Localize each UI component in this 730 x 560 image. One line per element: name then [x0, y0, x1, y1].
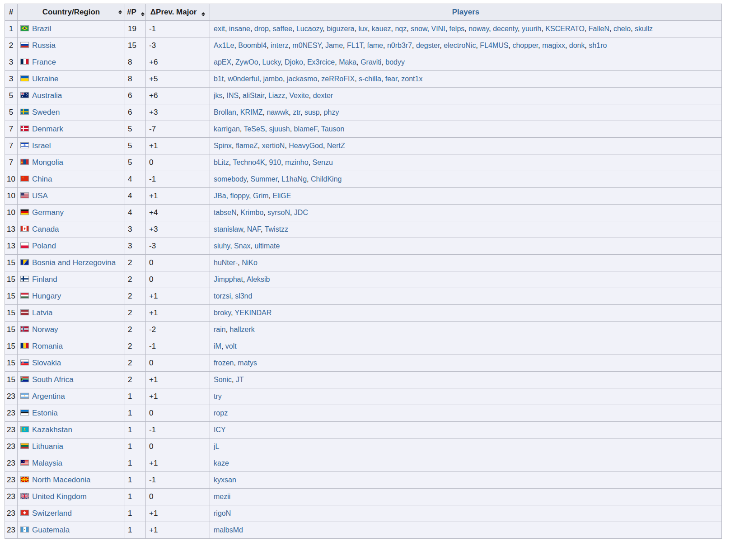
sort-both-icon[interactable] — [141, 12, 145, 16]
country-link[interactable]: Ukraine — [32, 75, 59, 83]
player-link[interactable]: syrsoN — [267, 209, 290, 216]
player-link[interactable]: xertioN — [262, 142, 285, 149]
player-link[interactable]: huNter- — [214, 259, 238, 266]
player-link[interactable]: zeRRoFIX — [321, 75, 355, 83]
player-link[interactable]: jks — [214, 92, 223, 99]
country-link[interactable]: Malaysia — [32, 459, 62, 467]
player-link[interactable]: yuurih — [522, 25, 542, 33]
player-link[interactable]: Liazz — [268, 92, 285, 99]
player-link[interactable]: apEX — [214, 58, 231, 66]
player-link[interactable]: decenty — [493, 25, 518, 33]
country-link[interactable]: Estonia — [32, 409, 58, 417]
player-link[interactable]: jambo — [263, 75, 283, 83]
player-link[interactable]: m0NESY — [292, 42, 321, 49]
player-link[interactable]: JT — [236, 376, 244, 383]
player-link[interactable]: ultimate — [254, 242, 280, 250]
player-link[interactable]: tabseN — [214, 209, 237, 216]
player-link[interactable]: matys — [238, 359, 257, 367]
player-link[interactable]: karrigan — [214, 125, 240, 133]
country-link[interactable]: Australia — [32, 91, 62, 100]
player-link[interactable]: Ax1Le — [214, 42, 234, 49]
player-link[interactable]: NertZ — [327, 142, 345, 149]
player-link[interactable]: felps — [449, 25, 465, 33]
player-link[interactable]: phzy — [324, 108, 339, 116]
player-link[interactable]: electroNic — [444, 42, 476, 49]
player-link[interactable]: Brollan — [214, 108, 236, 116]
player-link[interactable]: Techno4K — [233, 159, 265, 166]
player-count-header[interactable]: #P — [125, 4, 146, 21]
player-link[interactable]: malbsMd — [214, 526, 243, 534]
country-link[interactable]: Guatemala — [32, 526, 70, 534]
country-link[interactable]: Slovakia — [32, 359, 61, 367]
player-link[interactable]: floppy — [230, 192, 249, 200]
country-link[interactable]: Russia — [32, 41, 56, 50]
player-link[interactable]: Boombl4 — [238, 42, 267, 49]
player-link[interactable]: Aleksib — [247, 275, 270, 283]
player-link[interactable]: volt — [225, 342, 237, 350]
country-link[interactable]: Finland — [32, 275, 57, 284]
player-link[interactable]: w0nderful — [228, 75, 259, 83]
country-link[interactable]: USA — [32, 191, 48, 200]
player-link[interactable]: exit — [214, 25, 225, 33]
player-link[interactable]: stanislaw — [214, 225, 243, 233]
player-link[interactable]: chopper — [512, 42, 538, 49]
player-link[interactable]: nqz — [395, 25, 407, 33]
country-header[interactable]: Country/Region — [18, 4, 125, 21]
player-link[interactable]: skullz — [635, 25, 653, 33]
player-link[interactable]: nawwk — [267, 108, 289, 116]
player-link[interactable]: sl3nd — [235, 292, 252, 300]
country-link[interactable]: France — [32, 58, 56, 66]
country-link[interactable]: United Kingdom — [32, 492, 87, 501]
player-link[interactable]: snow — [411, 25, 427, 33]
player-link[interactable]: HeavyGod — [289, 142, 323, 149]
country-link[interactable]: Latvia — [32, 308, 52, 317]
player-link[interactable]: magixx — [542, 42, 565, 49]
player-link[interactable]: JDC — [294, 209, 308, 216]
country-link[interactable]: Denmark — [32, 125, 63, 133]
player-link[interactable]: FL4MUS — [480, 42, 508, 49]
player-link[interactable]: EliGE — [272, 192, 291, 200]
country-link[interactable]: Romania — [32, 342, 63, 350]
player-link[interactable]: L1haNg — [281, 175, 307, 183]
player-link[interactable]: aliStair — [243, 92, 264, 99]
player-link[interactable]: JBa — [214, 192, 226, 200]
player-link[interactable]: Spinx — [214, 142, 232, 149]
player-link[interactable]: ztr — [293, 108, 300, 116]
delta-prev-major-header[interactable]: ΔPrev. Major — [146, 4, 210, 21]
player-link[interactable]: sjuush — [269, 125, 290, 133]
country-link[interactable]: Norway — [32, 325, 58, 334]
country-link[interactable]: Argentina — [32, 392, 65, 401]
player-link[interactable]: biguzera — [327, 25, 354, 33]
player-link[interactable]: fear — [385, 75, 398, 83]
player-link[interactable]: try — [214, 392, 222, 400]
player-link[interactable]: Ex3rcice — [307, 58, 335, 66]
player-link[interactable]: FL1T — [347, 42, 363, 49]
player-link[interactable]: KSCERATO — [545, 25, 585, 33]
player-link[interactable]: somebody — [214, 175, 247, 183]
player-link[interactable]: TeSeS — [243, 125, 265, 133]
player-link[interactable]: Krimbo — [241, 209, 264, 216]
player-link[interactable]: jackasmo — [287, 75, 318, 83]
player-link[interactable]: Tauson — [321, 125, 345, 133]
player-link[interactable]: ChildKing — [311, 175, 342, 183]
player-link[interactable]: rigoN — [214, 509, 231, 517]
player-link[interactable]: bLitz — [214, 159, 229, 166]
player-link[interactable]: jL — [214, 443, 219, 450]
players-header[interactable]: Players — [210, 4, 722, 21]
player-link[interactable]: iM — [214, 342, 221, 350]
country-link[interactable]: Bosnia and Herzegovina — [32, 258, 116, 267]
player-link[interactable]: siuhy — [214, 242, 230, 250]
country-link[interactable]: Mongolia — [32, 158, 63, 167]
player-link[interactable]: VINI — [431, 25, 445, 33]
player-link[interactable]: Lucaozy — [296, 25, 323, 33]
player-link[interactable]: saffee — [273, 25, 292, 33]
player-link[interactable]: KRIMZ — [240, 108, 263, 116]
sort-both-icon[interactable] — [201, 12, 205, 16]
player-link[interactable]: rain — [214, 326, 226, 333]
player-link[interactable]: kauez — [372, 25, 391, 33]
country-link[interactable]: Hungary — [32, 292, 61, 300]
country-link[interactable]: China — [32, 175, 52, 183]
player-link[interactable]: zont1x — [401, 75, 422, 83]
player-link[interactable]: ICY — [214, 426, 226, 434]
player-link[interactable]: insane — [229, 25, 250, 33]
